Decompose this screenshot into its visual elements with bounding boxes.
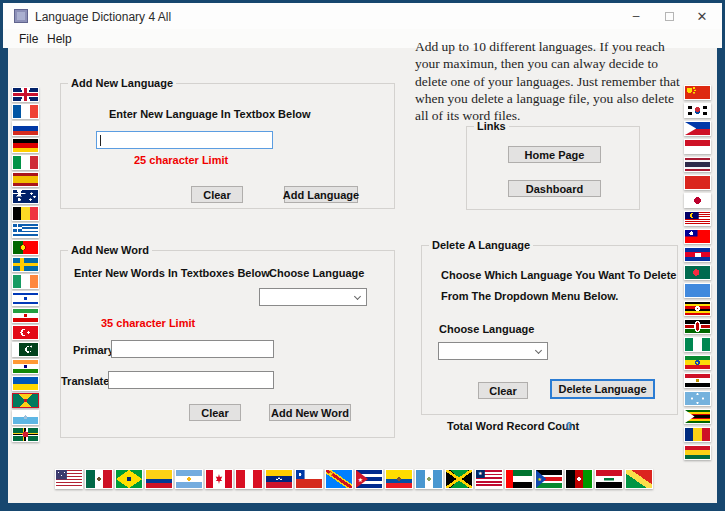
delete-language-button[interactable]: Delete Language xyxy=(550,379,655,399)
flag-chile-icon xyxy=(295,469,323,489)
flag-romania-icon xyxy=(684,427,711,442)
character-limit-note-25: 25 character Limit xyxy=(134,154,228,166)
delete-instruction-line1: Choose Which Language You Want To Delete xyxy=(441,269,677,281)
flag-cuba-icon xyxy=(355,469,383,489)
menu-help[interactable]: Help xyxy=(43,32,76,46)
flag-bangladesh-icon xyxy=(684,265,711,280)
flag-liberia-icon xyxy=(475,469,503,489)
translated-word-input[interactable] xyxy=(108,371,274,389)
minimize-icon: – xyxy=(633,9,640,23)
app-window: Language Dictionary 4 All – ✕ File Help … xyxy=(0,0,725,511)
flag-grenada-icon xyxy=(12,393,39,408)
flag-ireland-icon xyxy=(12,274,39,289)
add-language-button[interactable]: Add Language xyxy=(284,186,358,203)
links-title: Links xyxy=(474,120,509,132)
flag-italy-icon xyxy=(12,155,39,170)
menu-file[interactable]: File xyxy=(15,32,42,46)
new-language-input[interactable] xyxy=(96,131,273,149)
flag-san-marino-icon xyxy=(12,410,39,425)
flag-south-korea-icon xyxy=(684,103,711,118)
add-language-label: Add Language xyxy=(283,189,359,201)
flag-ghana-icon xyxy=(684,445,711,460)
home-page-label: Home Page xyxy=(525,149,585,161)
flag-column-left xyxy=(12,87,39,442)
primary-word-input[interactable] xyxy=(111,340,274,358)
maximize-button[interactable] xyxy=(653,3,685,29)
flag-peru-icon xyxy=(235,469,263,489)
close-button[interactable]: ✕ xyxy=(686,3,718,29)
flag-jamaica-icon xyxy=(445,469,473,489)
flag-iraq-icon xyxy=(595,469,623,489)
app-icon xyxy=(14,9,28,23)
flag-russia-icon xyxy=(12,121,39,136)
title-bar: Language Dictionary 4 All – ✕ xyxy=(3,3,722,29)
flag-ethiopia-icon xyxy=(684,355,711,370)
flag-france-icon xyxy=(12,104,39,119)
clear-language-button[interactable]: Clear xyxy=(191,186,243,203)
chevron-down-icon xyxy=(535,347,542,354)
links-group: Links Home Page Dashboard xyxy=(466,126,640,210)
add-new-word-button[interactable]: Add New Word xyxy=(269,404,351,421)
flag-nigeria-icon xyxy=(684,337,711,352)
add-new-word-title: Add New Word xyxy=(68,244,152,256)
flag-ecuador-icon xyxy=(385,469,413,489)
flag-portugal-icon xyxy=(12,240,39,255)
new-language-instruction: Enter New Language In Textbox Below xyxy=(109,108,311,120)
flag-iran-icon xyxy=(12,308,39,323)
flag-thailand-icon xyxy=(684,157,711,172)
add-new-word-group: Add New Word Enter New Words In Textboxe… xyxy=(60,250,395,438)
flag-uae-icon xyxy=(505,469,533,489)
dashboard-label: Dashboard xyxy=(526,183,583,195)
flag-egypt-icon xyxy=(684,373,711,388)
delete-language-title: Delete A Language xyxy=(429,239,533,251)
flag-cambodia-icon xyxy=(684,247,711,262)
flag-zimbabwe-icon xyxy=(684,409,711,424)
clear-language-label: Clear xyxy=(203,189,231,201)
flag-pakistan-icon xyxy=(12,342,39,357)
flag-mexico-icon xyxy=(85,469,113,489)
total-word-record-count-label: Total Word Record Count xyxy=(447,420,579,432)
flag-congo-icon xyxy=(625,469,653,489)
delete-language-select[interactable] xyxy=(438,342,548,360)
flag-united-states-icon xyxy=(55,469,83,489)
flag-belgium-icon xyxy=(12,206,39,221)
flag-china-icon xyxy=(684,85,711,100)
flag-greece-icon xyxy=(12,223,39,238)
clear-delete-label: Clear xyxy=(489,385,517,397)
dashboard-button[interactable]: Dashboard xyxy=(508,180,601,197)
flag-uganda-icon xyxy=(684,301,711,316)
choose-language-label: Choose Language xyxy=(269,267,364,279)
flag-colombia-icon xyxy=(145,469,173,489)
clear-delete-button[interactable]: Clear xyxy=(478,382,528,399)
text-caret xyxy=(100,135,101,146)
flag-germany-icon xyxy=(12,138,39,153)
flag-vietnam-icon xyxy=(684,175,711,190)
flag-somalia-icon xyxy=(684,283,711,298)
primary-label: Primary xyxy=(73,344,114,356)
flag-column-right xyxy=(684,85,711,460)
maximize-icon xyxy=(665,12,674,21)
window-title: Language Dictionary 4 All xyxy=(35,10,171,24)
home-page-button[interactable]: Home Page xyxy=(508,146,601,163)
character-limit-note-35: 35 character Limit xyxy=(101,317,195,329)
flag-dominica-icon xyxy=(12,427,39,442)
flag-malaysia-icon xyxy=(684,211,711,226)
word-language-select[interactable] xyxy=(259,288,367,306)
flag-philippines-icon xyxy=(684,121,711,136)
minimize-button[interactable]: – xyxy=(620,3,652,29)
add-new-language-group: Add New Language Enter New Language In T… xyxy=(60,83,395,209)
flag-spain-icon xyxy=(12,172,39,187)
flag-india-icon xyxy=(12,359,39,374)
flag-israel-icon xyxy=(12,291,39,306)
delete-choose-language-label: Choose Language xyxy=(439,323,534,335)
flag-row-bottom xyxy=(55,469,653,489)
delete-language-label: Delete Language xyxy=(558,383,646,395)
intro-text: Add up to 10 different languages. If you… xyxy=(415,38,687,124)
flag-argentina-icon xyxy=(175,469,203,489)
close-icon: ✕ xyxy=(697,9,708,24)
add-new-word-label: Add New Word xyxy=(271,407,349,419)
clear-word-button[interactable]: Clear xyxy=(189,404,241,421)
flag-dr-congo-icon xyxy=(325,469,353,489)
flag-united-kingdom-icon xyxy=(12,87,39,102)
new-word-instruction: Enter New Words In Textboxes Below xyxy=(74,267,270,279)
